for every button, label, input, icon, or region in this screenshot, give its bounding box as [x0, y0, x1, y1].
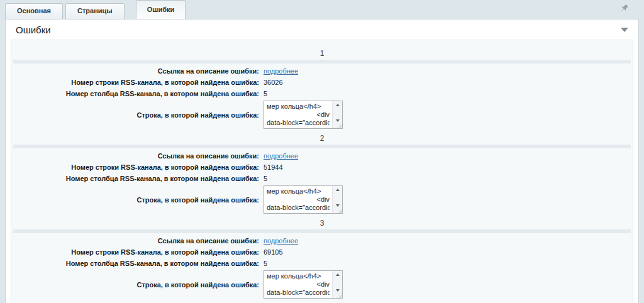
- textarea-line: мер кольца</h4>: [267, 272, 330, 280]
- tab-main[interactable]: Основная: [5, 3, 63, 19]
- separator-band: [13, 60, 631, 63]
- textarea-line: data-block="accordion">: [267, 119, 330, 127]
- collapse-arrow-icon[interactable]: [621, 28, 628, 32]
- row-number-value: 69105: [264, 248, 283, 256]
- row-number-label: Номер строки RSS-канала, в которой найде…: [11, 248, 259, 256]
- line-label: Строка, в которой найдена ошибка:: [11, 281, 259, 289]
- scroll-down-icon[interactable]: [336, 289, 340, 292]
- col-number-value: 5: [264, 260, 267, 267]
- error-block: 3 Ссылка на описание ошибки: подробнее Н…: [11, 214, 633, 299]
- scroll-up-icon[interactable]: [336, 273, 340, 276]
- pin-icon[interactable]: [621, 3, 629, 14]
- scroll-down-icon[interactable]: [336, 204, 340, 207]
- error-index: 2: [11, 134, 633, 143]
- col-number-label: Номер столбца RSS-канала, в котором найд…: [11, 90, 259, 97]
- col-number-label: Номер столбца RSS-канала, в котором найд…: [11, 260, 259, 267]
- scroll-up-icon[interactable]: [336, 104, 340, 106]
- error-line-textarea[interactable]: мер кольца</h4> <div data-block="accordi…: [264, 185, 343, 214]
- separator-band: [13, 145, 631, 148]
- error-index: 1: [11, 49, 633, 58]
- tab-bar: Основная Страницы Ошибки: [0, 0, 644, 19]
- scroll-down-icon[interactable]: [336, 119, 340, 122]
- scroll-up-icon[interactable]: [336, 189, 340, 191]
- details-link[interactable]: подробнее: [264, 67, 298, 75]
- textarea-line: <div: [267, 280, 330, 289]
- row-number-value: 51944: [264, 163, 283, 171]
- textarea-line: <div: [267, 196, 330, 204]
- row-number-label: Номер строки RSS-канала, в которой найде…: [11, 163, 259, 171]
- row-number-value: 36026: [264, 79, 283, 86]
- row-number-label: Номер строки RSS-канала, в которой найде…: [11, 79, 259, 86]
- error-line-textarea[interactable]: мер кольца</h4> <div data-block="accordi…: [264, 101, 343, 129]
- error-block: 1 Ссылка на описание ошибки: подробнее Н…: [11, 44, 633, 129]
- details-link[interactable]: подробнее: [264, 237, 298, 245]
- errors-list: 1 Ссылка на описание ошибки: подробнее Н…: [11, 40, 633, 303]
- textarea-line: data-block="accordion">: [267, 289, 330, 297]
- col-number-label: Номер столбца RSS-канала, в котором найд…: [11, 175, 259, 182]
- col-number-value: 5: [264, 175, 267, 182]
- error-line-textarea[interactable]: мер кольца</h4> <div data-block="accordi…: [264, 270, 343, 299]
- separator-band: [13, 229, 631, 233]
- line-label: Строка, в которой найдена ошибка:: [11, 196, 259, 204]
- textarea-line: мер кольца</h4>: [267, 102, 330, 111]
- details-link[interactable]: подробнее: [264, 152, 298, 160]
- errors-panel: Ошибки 1 Ссылка на описание ошибки: подр…: [5, 19, 639, 303]
- tab-errors[interactable]: Ошибки: [136, 0, 186, 19]
- link-label: Ссылка на описание ошибки:: [11, 152, 259, 160]
- error-index: 3: [11, 219, 633, 228]
- link-label: Ссылка на описание ошибки:: [11, 237, 259, 245]
- textarea-line: data-block="accordion">: [267, 204, 330, 212]
- textarea-line: мер кольца</h4>: [267, 187, 330, 196]
- panel-header: Ошибки: [6, 19, 638, 40]
- line-label: Строка, в которой найдена ошибка:: [11, 111, 259, 119]
- textarea-line: <div: [267, 111, 330, 119]
- panel-title: Ошибки: [16, 25, 51, 35]
- col-number-value: 5: [264, 90, 267, 97]
- error-block: 2 Ссылка на описание ошибки: подробнее Н…: [11, 129, 633, 214]
- link-label: Ссылка на описание ошибки:: [11, 67, 259, 75]
- tab-pages[interactable]: Страницы: [65, 3, 125, 19]
